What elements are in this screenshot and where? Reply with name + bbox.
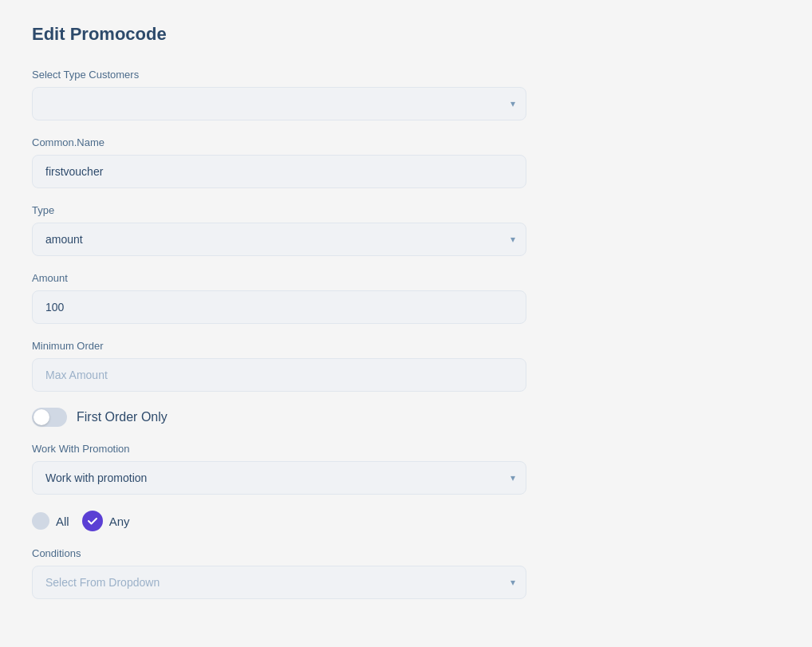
any-option[interactable]: Any — [82, 511, 130, 531]
first-order-only-toggle[interactable] — [32, 408, 67, 427]
first-order-only-label: First Order Only — [77, 410, 168, 424]
work-with-promotion-select[interactable]: Work with promotion Yes No — [32, 461, 526, 495]
first-order-only-row: First Order Only — [32, 408, 526, 427]
conditions-select-wrapper: Select From Dropdown ▾ — [32, 566, 526, 599]
page-title: Edit Promocode — [32, 24, 526, 45]
amount-group: Amount — [32, 272, 526, 324]
any-radio-checked-icon — [82, 511, 103, 531]
work-with-promotion-wrapper: Work with promotion Yes No ▾ — [32, 461, 526, 495]
select-type-customers-group: Select Type Customers All Customers New … — [32, 69, 526, 120]
amount-label: Amount — [32, 272, 526, 284]
common-name-group: Common.Name — [32, 136, 526, 188]
work-with-promotion-group: Work With Promotion Work with promotion … — [32, 443, 526, 495]
minimum-order-group: Minimum Order — [32, 340, 526, 392]
select-type-customers-wrapper: All Customers New Customers Returning Cu… — [32, 87, 526, 120]
type-select[interactable]: amount percentage fixed — [32, 223, 526, 256]
conditions-select[interactable]: Select From Dropdown — [32, 566, 526, 599]
amount-input[interactable] — [32, 290, 526, 324]
any-label: Any — [109, 515, 130, 528]
minimum-order-label: Minimum Order — [32, 340, 526, 352]
toggle-knob — [34, 409, 49, 425]
minimum-order-input[interactable] — [32, 358, 526, 392]
select-type-customers-label: Select Type Customers — [32, 69, 526, 81]
common-name-label: Common.Name — [32, 136, 526, 148]
all-label: All — [56, 515, 69, 528]
type-select-wrapper: amount percentage fixed ▾ — [32, 223, 526, 256]
work-with-promotion-label: Work With Promotion — [32, 443, 526, 455]
conditions-group: Conditions Select From Dropdown ▾ — [32, 547, 526, 599]
type-group: Type amount percentage fixed ▾ — [32, 204, 526, 256]
all-option[interactable]: All — [32, 512, 69, 530]
all-any-row: All Any — [32, 511, 526, 531]
type-label: Type — [32, 204, 526, 216]
conditions-label: Conditions — [32, 547, 526, 559]
common-name-input[interactable] — [32, 155, 526, 188]
select-type-customers-input[interactable]: All Customers New Customers Returning Cu… — [32, 87, 526, 120]
all-radio-circle — [32, 512, 49, 530]
